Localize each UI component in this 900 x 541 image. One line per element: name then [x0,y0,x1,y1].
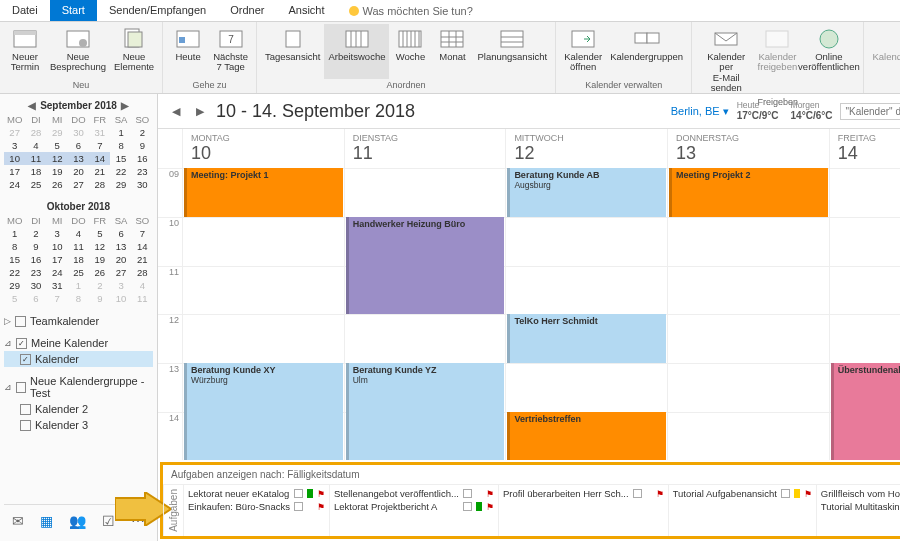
mini-cal-day[interactable]: 27 [68,178,89,191]
day-column-header[interactable]: MONTAG10 [182,129,344,168]
mini-cal-day[interactable]: 14 [89,152,110,165]
mini-cal-day[interactable]: 2 [132,126,153,139]
mini-cal-day[interactable]: 21 [132,253,153,266]
mini-cal-day[interactable]: 4 [68,227,89,240]
flag-icon[interactable]: ⚑ [486,502,494,512]
mini-cal-day[interactable]: 26 [47,178,68,191]
tab-view[interactable]: Ansicht [276,0,336,21]
mini-cal-day[interactable]: 4 [25,139,46,152]
task-item[interactable]: Lektorat neuer eKatalog⚑ [188,487,325,500]
mini-cal-day[interactable]: 30 [132,178,153,191]
calendar-event[interactable]: Überstundenabbau [831,363,900,460]
mini-cal-day[interactable]: 20 [68,165,89,178]
mini-cal-day[interactable]: 22 [110,165,131,178]
calendar-group-header[interactable]: ⊿Neue Kalendergruppe - Test [4,373,153,401]
mini-cal-day[interactable]: 13 [110,240,131,253]
mini-cal-day[interactable]: 12 [47,152,68,165]
task-item[interactable]: Tutorial Aufgabenansicht⚑ [673,487,812,500]
day-column[interactable]: Meeting: Projekt 1Beratung Kunde XYWürzb… [182,168,344,460]
calendar-groups-button[interactable]: Kalendergruppen [606,24,687,79]
calendar-event[interactable]: Beratung Kunde XYWürzburg [184,363,343,460]
flag-icon[interactable]: ⚑ [656,489,664,499]
mini-cal-day[interactable]: 6 [110,227,131,240]
prev-week-button[interactable]: ◀ [168,105,184,118]
new-items-button[interactable]: Neue Elemente [110,24,158,79]
today-button[interactable]: Heute [167,24,209,79]
checkbox[interactable] [15,316,26,327]
mini-cal-day[interactable]: 9 [89,292,110,305]
checkbox[interactable] [20,404,31,415]
mini-cal-day[interactable]: 14 [132,240,153,253]
flag-icon[interactable]: ⚑ [317,502,325,512]
location-label[interactable]: Berlin, BE ▾ [671,105,729,118]
prev-month-button[interactable]: ◀ [28,100,36,111]
calendar-group-header[interactable]: ▷Teamkalender [4,313,153,329]
work-week-button[interactable]: Arbeitswoche [324,24,389,79]
mini-cal-day[interactable]: 5 [4,292,25,305]
task-item[interactable]: Grillfleisch vom Hofladen mi...⚑ [821,487,900,500]
mini-cal-day[interactable]: 29 [110,178,131,191]
checkbox[interactable] [20,420,31,431]
mini-cal-day[interactable]: 28 [89,178,110,191]
tasks-sort-header[interactable]: Aufgaben anzeigen nach: Fälligkeitsdatum [163,465,900,485]
flag-icon[interactable]: ⚑ [486,489,494,499]
mini-cal-day[interactable]: 15 [4,253,25,266]
tab-tell-me[interactable]: Was möchten Sie tun? [337,0,485,21]
mini-cal-day[interactable]: 3 [110,279,131,292]
mail-nav-icon[interactable]: ✉ [12,513,24,529]
mini-cal-day[interactable]: 7 [47,292,68,305]
tasks-nav-icon[interactable]: ☑ [102,513,115,529]
calendar-event[interactable]: Handwerker Heizung Büro [346,217,505,314]
checkbox[interactable] [16,382,26,393]
calendar-event[interactable]: Beratung Kunde ABAugsburg [507,168,666,217]
task-item[interactable]: Profil überarbeiten Herr Sch...⚑ [503,487,664,500]
mini-cal-day[interactable]: 30 [68,126,89,139]
flag-icon[interactable]: ⚑ [804,489,812,499]
calendar-event[interactable]: Vertriebstreffen [507,412,666,461]
task-item[interactable]: Tutorial Multitasking⚑ [821,500,900,513]
next-7-days-button[interactable]: 7 Nächste 7 Tage [209,24,252,79]
flag-icon[interactable]: ⚑ [317,489,325,499]
task-checkbox[interactable] [463,489,472,498]
next-month-button[interactable]: ▶ [121,100,129,111]
mini-cal-day[interactable]: 1 [68,279,89,292]
mini-cal-day[interactable]: 8 [110,139,131,152]
mini-cal-day[interactable]: 1 [110,126,131,139]
mini-cal-day[interactable]: 2 [25,227,46,240]
mini-cal-day[interactable]: 5 [89,227,110,240]
mini-cal-day[interactable]: 10 [4,152,25,165]
mini-cal-day[interactable]: 25 [68,266,89,279]
mini-cal-day[interactable]: 10 [47,240,68,253]
mini-cal-day[interactable]: 9 [25,240,46,253]
calendar-event[interactable]: TelKo Herr Schmidt [507,314,666,363]
calendar-event[interactable]: Beratung Kunde YZUlm [346,363,505,460]
month-view-button[interactable]: Monat [431,24,473,79]
mini-cal-day[interactable]: 21 [89,165,110,178]
mini-cal-day[interactable]: 7 [132,227,153,240]
new-meeting-button[interactable]: Neue Besprechung [46,24,110,79]
mini-cal-day[interactable]: 26 [89,266,110,279]
week-view-button[interactable]: Woche [389,24,431,79]
mini-cal-day[interactable]: 15 [110,152,131,165]
mini-cal-day[interactable]: 19 [89,253,110,266]
mini-cal-day[interactable]: 1 [4,227,25,240]
tab-folder[interactable]: Ordner [218,0,276,21]
mini-cal-day[interactable]: 8 [68,292,89,305]
mini-cal-day[interactable]: 5 [47,139,68,152]
task-item[interactable]: Einkaufen: Büro-Snacks⚑ [188,500,325,513]
mini-cal-day[interactable]: 3 [4,139,25,152]
calendar-permissions-button[interactable]: Kalenderberechtigungen [868,24,900,79]
people-nav-icon[interactable]: 👥 [69,513,86,529]
mini-cal-day[interactable]: 18 [25,165,46,178]
mini-cal-day[interactable]: 27 [4,126,25,139]
mini-cal-day[interactable]: 7 [89,139,110,152]
mini-cal-day[interactable]: 3 [47,227,68,240]
mini-cal-day[interactable]: 16 [132,152,153,165]
mini-cal-day[interactable]: 24 [4,178,25,191]
calendar-item[interactable]: Kalender [4,351,153,367]
mini-cal-day[interactable]: 20 [110,253,131,266]
mini-cal-day[interactable]: 24 [47,266,68,279]
calendar-event[interactable]: Meeting Projekt 2 [669,168,828,217]
publish-online-button[interactable]: Online veröffentlichen [798,24,859,96]
mini-cal-day[interactable]: 6 [25,292,46,305]
